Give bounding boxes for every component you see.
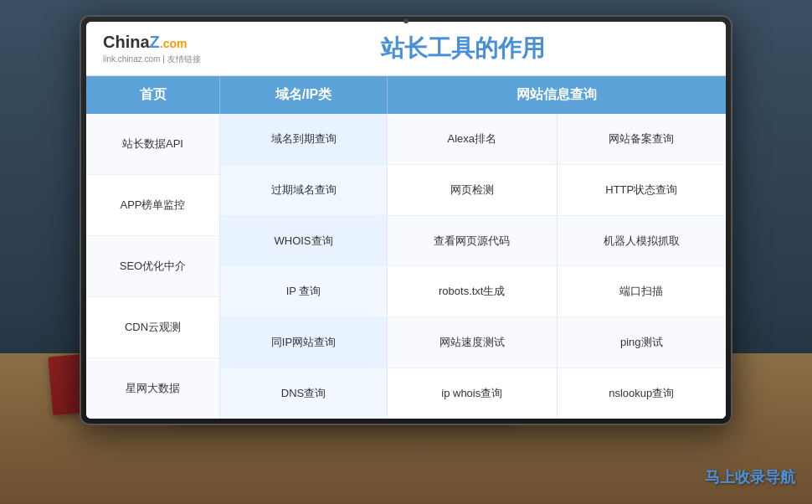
nav-row: 首页 域名/IP类 网站信息查询 [86,76,726,114]
nav-info[interactable]: 网站信息查询 [388,76,726,114]
info-right-1[interactable]: 网站备案查询 [558,114,727,165]
domain-item-4[interactable]: IP 查询 [220,266,387,317]
logo-com-text: .com [160,37,188,50]
info-right-4[interactable]: 端口扫描 [558,266,727,317]
domain-item-6[interactable]: DNS查询 [220,368,387,419]
nav-home[interactable]: 首页 [86,76,220,114]
col-info-left: Alexa排名 网页检测 查看网页源代码 robots.txt生成 网站速度测试… [388,114,558,419]
info-left-3[interactable]: 查看网页源代码 [388,216,557,267]
home-item-2[interactable]: APP榜单监控 [86,175,219,236]
col-home: 站长数据API APP榜单监控 SEO优化中介 CDN云观测 星网大数据 [86,114,220,419]
monitor: ChinaZ.com link.chinaz.com | 友情链接 站长工具的作… [80,15,732,425]
monitor-screen: ChinaZ.com link.chinaz.com | 友情链接 站长工具的作… [86,22,726,419]
logo-main: ChinaZ.com [103,33,187,52]
domain-item-3[interactable]: WHOIS查询 [220,216,387,267]
domain-item-5[interactable]: 同IP网站查询 [220,317,387,368]
logo-china-text: China [103,33,150,51]
home-item-5[interactable]: 星网大数据 [86,358,219,419]
home-item-1[interactable]: 站长数据API [86,114,219,175]
info-left-4[interactable]: robots.txt生成 [388,266,557,317]
domain-item-2[interactable]: 过期域名查询 [220,165,387,216]
col-domain: 域名到期查询 过期域名查询 WHOIS查询 IP 查询 同IP网站查询 DNS查… [220,114,388,419]
screen-title: 站长工具的作用 [218,33,709,64]
home-item-4[interactable]: CDN云观测 [86,297,219,358]
info-right-2[interactable]: HTTP状态查询 [558,165,727,216]
col-info-right: 网站备案查询 HTTP状态查询 机器人模拟抓取 端口扫描 ping测试 nslo… [558,114,727,419]
info-right-6[interactable]: nslookup查询 [558,368,727,419]
info-right-3[interactable]: 机器人模拟抓取 [558,216,727,267]
domain-item-1[interactable]: 域名到期查询 [220,114,387,165]
logo-z-text: Z [150,33,160,51]
info-left-5[interactable]: 网站速度测试 [388,317,557,368]
nav-domain[interactable]: 域名/IP类 [220,76,388,114]
home-item-3[interactable]: SEO优化中介 [86,236,219,297]
watermark: 马上收录导航 [705,467,795,487]
content-grid: 站长数据API APP榜单监控 SEO优化中介 CDN云观测 星网大数据 域名到… [86,114,726,419]
info-right-5[interactable]: ping测试 [558,317,727,368]
col-info: Alexa排名 网页检测 查看网页源代码 robots.txt生成 网站速度测试… [388,114,726,419]
logo-area: ChinaZ.com link.chinaz.com | 友情链接 [103,33,201,65]
scene: ChinaZ.com link.chinaz.com | 友情链接 站长工具的作… [0,0,812,504]
info-left-6[interactable]: ip whois查询 [388,368,557,419]
info-left-2[interactable]: 网页检测 [388,165,557,216]
info-left-1[interactable]: Alexa排名 [388,114,557,165]
logo-sub: link.chinaz.com | 友情链接 [103,54,201,65]
screen-header: ChinaZ.com link.chinaz.com | 友情链接 站长工具的作… [86,22,726,76]
